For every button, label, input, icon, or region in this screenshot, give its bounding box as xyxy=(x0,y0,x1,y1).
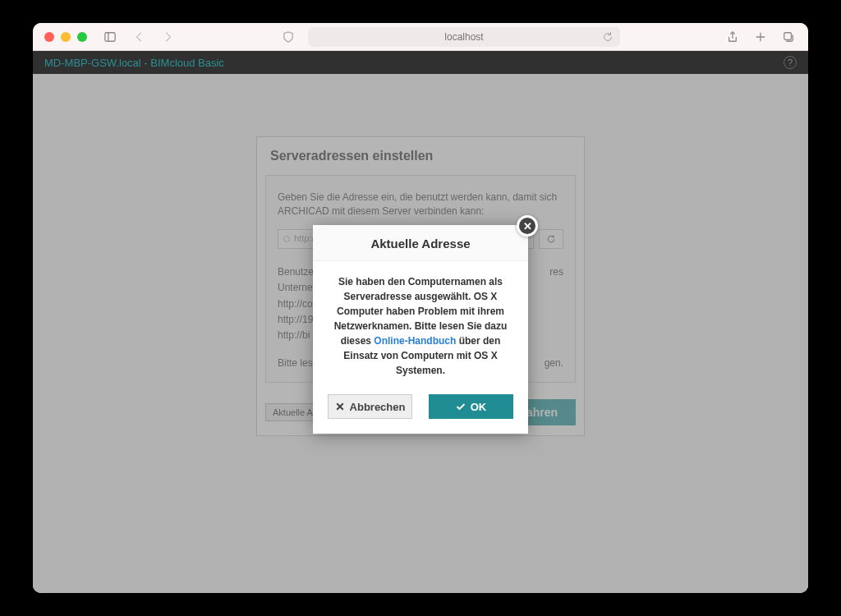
traffic-lights xyxy=(44,32,87,42)
tab-overview-icon[interactable] xyxy=(780,29,797,45)
sidebar-toggle-icon[interactable] xyxy=(102,29,118,45)
cancel-label: Abbrechen xyxy=(350,401,406,413)
back-icon[interactable] xyxy=(131,29,148,45)
app-title: MD-MBP-GSW.local - BIMcloud Basic xyxy=(44,57,224,69)
modal-body: Sie haben den Computernamen als Serverad… xyxy=(313,261,528,386)
privacy-shield-icon[interactable] xyxy=(280,29,296,45)
current-address-modal: ✕ Aktuelle Adresse Sie haben den Compute… xyxy=(313,225,528,434)
forward-icon[interactable] xyxy=(159,29,176,45)
share-icon[interactable] xyxy=(724,29,741,45)
page-content: Serveradressen einstellen Geben Sie die … xyxy=(33,74,808,593)
toolbar-right xyxy=(724,29,797,45)
reload-icon[interactable] xyxy=(602,31,614,43)
cancel-button[interactable]: Abbrechen xyxy=(328,394,412,419)
nav-arrows xyxy=(131,29,176,45)
new-tab-icon[interactable] xyxy=(752,29,769,45)
close-icon: ✕ xyxy=(519,218,535,234)
ok-label: OK xyxy=(471,401,487,413)
app-header: MD-MBP-GSW.local - BIMcloud Basic ? xyxy=(33,51,808,74)
window-minimize-icon[interactable] xyxy=(61,32,71,42)
modal-close-button[interactable]: ✕ xyxy=(517,215,538,237)
window-close-icon[interactable] xyxy=(44,32,54,42)
url-bar[interactable]: localhost xyxy=(308,27,620,47)
url-text: localhost xyxy=(444,31,483,43)
browser-window: localhost MD-MBP-GSW.local - BIMcloud Ba… xyxy=(33,23,808,593)
browser-titlebar: localhost xyxy=(33,23,808,51)
help-icon[interactable]: ? xyxy=(784,56,797,69)
window-zoom-icon[interactable] xyxy=(77,32,87,42)
modal-actions: Abbrechen OK xyxy=(313,386,528,434)
modal-title: Aktuelle Adresse xyxy=(313,225,528,261)
svg-rect-0 xyxy=(105,32,115,41)
ok-button[interactable]: OK xyxy=(429,394,513,419)
online-manual-link[interactable]: Online-Handbuch xyxy=(374,335,456,347)
svg-rect-4 xyxy=(784,32,792,39)
